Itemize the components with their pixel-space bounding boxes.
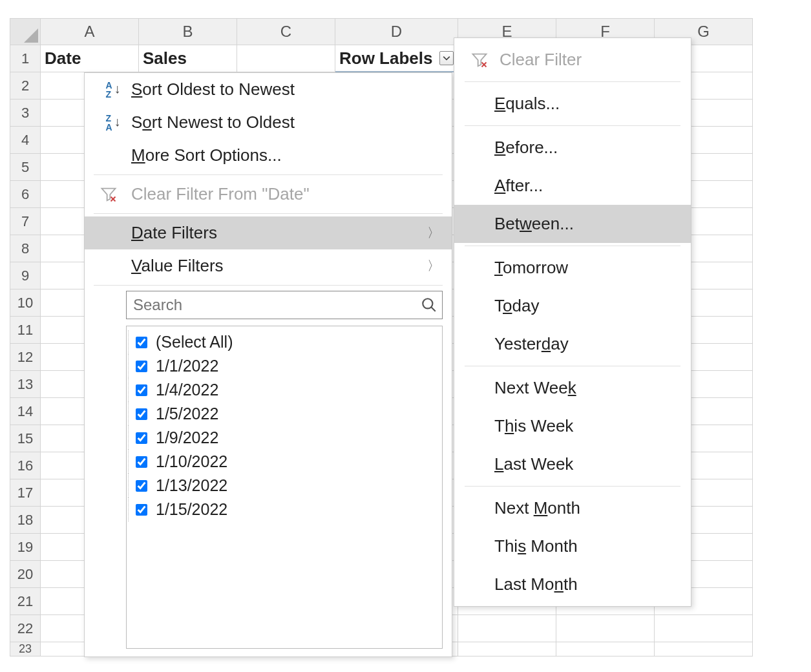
date-filters-item[interactable]: Date Filters 〉: [85, 216, 452, 249]
checkbox[interactable]: [136, 384, 147, 396]
menu-item-label: Today: [494, 296, 679, 316]
row-header[interactable]: 21: [10, 588, 41, 615]
sort-descending-icon: ZA↓: [98, 114, 120, 132]
column-header-A[interactable]: A: [41, 18, 139, 45]
column-header-B[interactable]: B: [139, 18, 237, 45]
sort-newest-to-oldest-item[interactable]: ZA↓ Sort Newest to Oldest: [85, 106, 452, 139]
cell[interactable]: [556, 642, 655, 656]
filter-value-item[interactable]: 1/10/2022: [133, 450, 436, 474]
cell[interactable]: [458, 615, 556, 642]
svg-point-2: [423, 299, 432, 308]
menu-item-label: Sort Newest to Oldest: [131, 112, 440, 132]
chevron-down-icon: [443, 54, 450, 62]
row-header[interactable]: 15: [10, 425, 41, 452]
row-header[interactable]: 5: [10, 154, 41, 181]
filter-value-item[interactable]: 1/5/2022: [133, 402, 436, 426]
yesterday-item[interactable]: Yesterday: [454, 325, 691, 363]
cell-B1[interactable]: Sales: [139, 45, 237, 72]
menu-separator: [94, 213, 443, 214]
filter-value-label: 1/4/2022: [156, 381, 218, 399]
row-header[interactable]: 16: [10, 452, 41, 479]
filter-value-label: (Select All): [156, 333, 233, 352]
cell[interactable]: [556, 615, 655, 642]
menu-item-label: Last Month: [494, 574, 679, 594]
menu-item-label: Tomorrow: [494, 258, 679, 278]
checkbox[interactable]: [136, 408, 147, 420]
today-item[interactable]: Today: [454, 287, 691, 325]
row-header[interactable]: 18: [10, 507, 41, 534]
this-week-item[interactable]: This Week: [454, 407, 691, 445]
cell-C1[interactable]: [237, 45, 335, 72]
row-header[interactable]: 10: [10, 289, 41, 317]
row-header[interactable]: 22: [10, 615, 41, 642]
filter-value-item[interactable]: 1/9/2022: [133, 426, 436, 450]
menu-item-label: Before...: [494, 138, 679, 158]
submenu-arrow-icon: 〉: [427, 224, 440, 242]
menu-separator: [465, 246, 680, 246]
more-sort-options-item[interactable]: More Sort Options...: [85, 139, 452, 172]
menu-separator: [465, 81, 680, 82]
menu-item-label: Between...: [494, 214, 679, 234]
column-header-D[interactable]: D: [335, 18, 458, 45]
row-header[interactable]: 11: [10, 317, 41, 344]
checkbox[interactable]: [136, 480, 147, 492]
cell-D1-pivot-row-labels[interactable]: Row Labels: [335, 45, 458, 72]
filter-value-label: 1/5/2022: [156, 404, 218, 423]
menu-item-label: After...: [494, 176, 679, 196]
pivot-filter-dropdown-button[interactable]: [439, 51, 454, 65]
value-filters-item[interactable]: Value Filters 〉: [85, 249, 452, 282]
this-month-item[interactable]: This Month: [454, 527, 691, 565]
menu-item-label: Date Filters: [131, 223, 416, 243]
row-header[interactable]: 8: [10, 235, 41, 262]
between-item[interactable]: Between...: [454, 205, 691, 243]
row-header[interactable]: 4: [10, 127, 41, 154]
row-header[interactable]: 3: [10, 100, 41, 127]
row-header[interactable]: 2: [10, 72, 41, 100]
row-header[interactable]: 9: [10, 262, 41, 289]
sort-oldest-to-newest-item[interactable]: AZ↓ Sort Oldest to Newest: [85, 73, 452, 106]
select-all-corner[interactable]: [10, 18, 41, 45]
row-header[interactable]: 14: [10, 398, 41, 425]
filter-value-select-all[interactable]: (Select All): [133, 330, 436, 354]
row-header[interactable]: 17: [10, 479, 41, 507]
filter-search-input[interactable]: [126, 291, 443, 319]
cell[interactable]: [458, 642, 556, 656]
row-header[interactable]: 13: [10, 371, 41, 398]
next-week-item[interactable]: Next Week: [454, 369, 691, 407]
row-header[interactable]: 1: [10, 45, 41, 72]
equals-item[interactable]: Equals...: [454, 85, 691, 123]
row-header[interactable]: 20: [10, 561, 41, 588]
checkbox[interactable]: [136, 361, 147, 372]
filter-value-item[interactable]: 1/4/2022: [133, 378, 436, 402]
after-item[interactable]: After...: [454, 167, 691, 205]
checkbox[interactable]: [136, 337, 147, 348]
next-month-item[interactable]: Next Month: [454, 489, 691, 527]
filter-value-item[interactable]: 1/15/2022: [133, 498, 436, 521]
row-header[interactable]: 12: [10, 344, 41, 371]
last-week-item[interactable]: Last Week: [454, 445, 691, 483]
menu-item-label: Last Week: [494, 454, 679, 474]
cell-A1[interactable]: Date: [41, 45, 139, 72]
pivot-row-labels-text: Row Labels: [339, 48, 432, 68]
filter-value-item[interactable]: 1/1/2022: [133, 354, 436, 378]
svg-line-3: [431, 307, 436, 311]
filter-value-item[interactable]: 1/13/2022: [133, 474, 436, 498]
row-header[interactable]: 6: [10, 181, 41, 208]
menu-separator: [94, 174, 443, 175]
checkbox[interactable]: [136, 432, 147, 444]
checkbox[interactable]: [136, 504, 147, 516]
filter-value-label: 1/10/2022: [156, 452, 227, 471]
cell[interactable]: [655, 615, 753, 642]
clear-filter-item: Clear Filter: [454, 41, 691, 79]
last-month-item[interactable]: Last Month: [454, 565, 691, 604]
column-header-C[interactable]: C: [237, 18, 335, 45]
checkbox[interactable]: [136, 456, 147, 468]
menu-item-label: Value Filters: [131, 256, 416, 276]
row-header[interactable]: 19: [10, 534, 41, 561]
row-header[interactable]: 23: [10, 642, 41, 656]
cell[interactable]: [655, 642, 753, 656]
row-header[interactable]: 7: [10, 208, 41, 235]
sort-ascending-icon: AZ↓: [98, 81, 120, 99]
tomorrow-item[interactable]: Tomorrow: [454, 249, 691, 287]
before-item[interactable]: Before...: [454, 129, 691, 167]
